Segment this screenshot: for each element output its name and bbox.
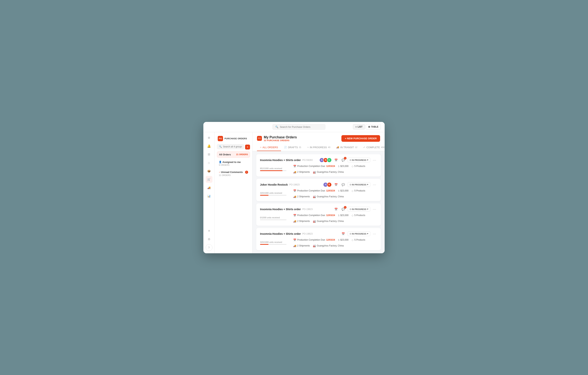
sidebar-icon-tag[interactable]: ◇ bbox=[206, 159, 212, 166]
search-groups-input[interactable] bbox=[223, 145, 242, 148]
shipments: 🚚 2 Shipments bbox=[293, 171, 310, 174]
calendar-button[interactable]: 📅 bbox=[340, 231, 346, 237]
search-groups[interactable]: 🔍 bbox=[217, 144, 244, 149]
status-button[interactable]: IN PROGRESS ▾ bbox=[348, 207, 370, 211]
list-view-button[interactable]: ≡ LIST bbox=[353, 124, 365, 130]
amount: $ $23,000 bbox=[338, 214, 348, 217]
new-order-button[interactable]: + NEW PURCHASE ORDER bbox=[341, 135, 380, 142]
more-button[interactable]: ⋯ bbox=[372, 207, 377, 212]
list-icon: ≡ bbox=[355, 125, 357, 128]
calendar-icon: 📅 bbox=[293, 189, 296, 192]
orders-list: Insomnia Hoodies + Shirts order PO-59283… bbox=[252, 151, 385, 253]
tabs: ○ ALL ORDERS 📄 DRAFTS 21 ○ IN PROGRESS 4… bbox=[257, 144, 380, 151]
nav-panel-title: PURCHASE ORDERS bbox=[224, 137, 247, 140]
sidebar-icon-truck[interactable]: 🚚 bbox=[206, 184, 212, 191]
icon-sidebar: ⊕ 🔔 ⊞ ◇ 📦 🛒 🚚 📊 ☀ ⚙ ? bbox=[203, 132, 215, 253]
comment-circle-icon: ○ bbox=[219, 171, 220, 174]
calendar-button[interactable]: 📅 bbox=[333, 206, 339, 212]
content-title-row: PO My Purchase Orders 33 PURCHASE ORDERS… bbox=[257, 135, 380, 142]
order-bottom: 320/1000 units received 📅 Production Com… bbox=[260, 189, 377, 198]
view-toggle: ≡ LIST ⊞ TABLE bbox=[353, 124, 381, 130]
order-bottom: 320/1000 units received 📅 Production Com… bbox=[260, 239, 377, 247]
chevron-down-icon: ▾ bbox=[367, 183, 368, 186]
add-group-button[interactable]: + bbox=[245, 144, 250, 150]
order-bottom: 0/1000 units received 📅 Production Compl… bbox=[260, 214, 377, 223]
sidebar-icon-orders[interactable]: 🛒 bbox=[206, 176, 212, 183]
sidebar-icon-help[interactable]: ? bbox=[206, 244, 212, 251]
sidebar-icon-sun[interactable]: ☀ bbox=[206, 228, 212, 234]
calendar-icon: 📅 bbox=[293, 239, 296, 241]
page-title: My Purchase Orders bbox=[264, 135, 297, 139]
tag-icon: ◇ bbox=[352, 239, 354, 241]
progress-bar bbox=[260, 244, 286, 245]
sidebar-icon-dashboard[interactable]: ⊕ bbox=[206, 134, 212, 141]
dollar-icon: $ bbox=[338, 165, 339, 168]
complete-icon: ✓ bbox=[363, 146, 365, 149]
calendar-button[interactable]: 📅 bbox=[333, 182, 339, 188]
order-bottom: 852/1000 units received 📅 Production Com… bbox=[260, 165, 377, 174]
due-date: 📅 Production Completion Due: 12/03/24 bbox=[293, 214, 335, 217]
avatars: A B bbox=[323, 182, 332, 187]
search-input[interactable] bbox=[280, 125, 323, 128]
order-card: Insomnia Hoodies + Shirts order PO-19823… bbox=[256, 203, 381, 226]
calendar-icon: 📅 bbox=[293, 165, 296, 168]
truck-icon: 🚚 bbox=[293, 171, 296, 174]
progress-bar bbox=[260, 195, 286, 196]
dollar-icon: $ bbox=[338, 239, 339, 241]
content-logo: PO bbox=[257, 136, 262, 141]
chevron-down-icon: ▾ bbox=[367, 232, 368, 235]
status-dot bbox=[350, 184, 351, 185]
progress-section: 0/1000 units received bbox=[260, 216, 290, 220]
sidebar-icon-settings[interactable]: ⚙ bbox=[206, 236, 212, 243]
status-button[interactable]: IN PROGRESS ▾ bbox=[348, 182, 370, 187]
tab-in-progress[interactable]: ○ IN PROGRESS 43 bbox=[304, 144, 333, 151]
status-button[interactable]: IN PROGRESS ▾ bbox=[348, 231, 370, 236]
building-icon: 🏭 bbox=[313, 220, 316, 223]
nav-item-all-orders[interactable]: All Orders 21 ORDERS bbox=[217, 151, 250, 158]
truck-icon: 🚚 bbox=[293, 220, 296, 223]
nav-header: PO PURCHASE ORDERS bbox=[217, 134, 250, 143]
more-button[interactable]: ⋯ bbox=[372, 157, 377, 163]
sidebar-icon-box[interactable]: 📦 bbox=[206, 168, 212, 175]
status-button[interactable]: IN PROGRESS ▾ bbox=[348, 158, 370, 162]
comment-button[interactable]: 💬 1 bbox=[340, 157, 346, 163]
more-button[interactable]: ⋯ bbox=[372, 182, 377, 187]
avatars: A B C bbox=[319, 158, 332, 163]
building-icon: 🏭 bbox=[313, 244, 316, 247]
top-bar: 🔍 ≡ LIST ⊞ TABLE bbox=[203, 122, 385, 132]
comment-button[interactable]: 💬 2 bbox=[340, 206, 346, 212]
shipments: 🚚 2 Shipments bbox=[293, 195, 310, 198]
tag-icon: ◇ bbox=[352, 165, 354, 168]
shipments: 🚚 2 Shipments bbox=[293, 220, 310, 223]
sidebar-icon-chart[interactable]: 📊 bbox=[206, 193, 212, 199]
search-bar[interactable]: 🔍 bbox=[273, 124, 325, 130]
main-layout: ⊕ 🔔 ⊞ ◇ 📦 🛒 🚚 📊 ☀ ⚙ ? PO PURCHASE ORDERS bbox=[203, 132, 385, 253]
tab-drafts[interactable]: 📄 DRAFTS 21 bbox=[281, 144, 304, 151]
sidebar-icon-grid[interactable]: ⊞ bbox=[206, 151, 212, 158]
chevron-down-icon: ▾ bbox=[367, 208, 368, 210]
nav-item-unread[interactable]: ○ Unread Comments 1 11 ORDERS bbox=[217, 169, 250, 178]
table-view-button[interactable]: ⊞ TABLE bbox=[366, 124, 381, 130]
calendar-button[interactable]: 📅 bbox=[333, 157, 339, 163]
orders-subtitle: 33 PURCHASE ORDERS bbox=[264, 139, 297, 142]
more-button[interactable]: ⋯ bbox=[372, 231, 377, 236]
factory: 🏭 Guangzhou Factory, China bbox=[313, 195, 344, 198]
tab-in-transit[interactable]: 🚚 IN TRANSIT 12 bbox=[333, 144, 360, 151]
order-meta: 📅 Production Completion Due: 12/03/24 $ … bbox=[293, 165, 377, 174]
building-icon: 🏭 bbox=[313, 195, 316, 198]
tab-all-orders[interactable]: ○ ALL ORDERS bbox=[257, 144, 281, 151]
tab-complete[interactable]: ✓ COMPLETE 430 bbox=[360, 144, 385, 151]
comment-button[interactable]: 💬 bbox=[340, 182, 346, 188]
tag-icon: ◇ bbox=[352, 189, 354, 192]
progress-bar bbox=[260, 220, 286, 220]
nav-logo: PO bbox=[218, 136, 223, 141]
nav-item-assigned[interactable]: 👤 Assigned to me 9 ORDERS bbox=[217, 159, 250, 168]
content-title: PO My Purchase Orders 33 PURCHASE ORDERS bbox=[257, 135, 297, 142]
assigned-icon: 👤 bbox=[219, 161, 222, 163]
progress-fill bbox=[260, 244, 269, 245]
amount: $ $23,000 bbox=[338, 189, 348, 192]
drafts-icon: 📄 bbox=[284, 146, 287, 149]
unread-badge: 1 bbox=[245, 171, 248, 174]
order-actions: A B C 📅 💬 1 IN PROGRESS bbox=[319, 157, 377, 163]
sidebar-icon-bell[interactable]: 🔔 bbox=[206, 143, 212, 150]
